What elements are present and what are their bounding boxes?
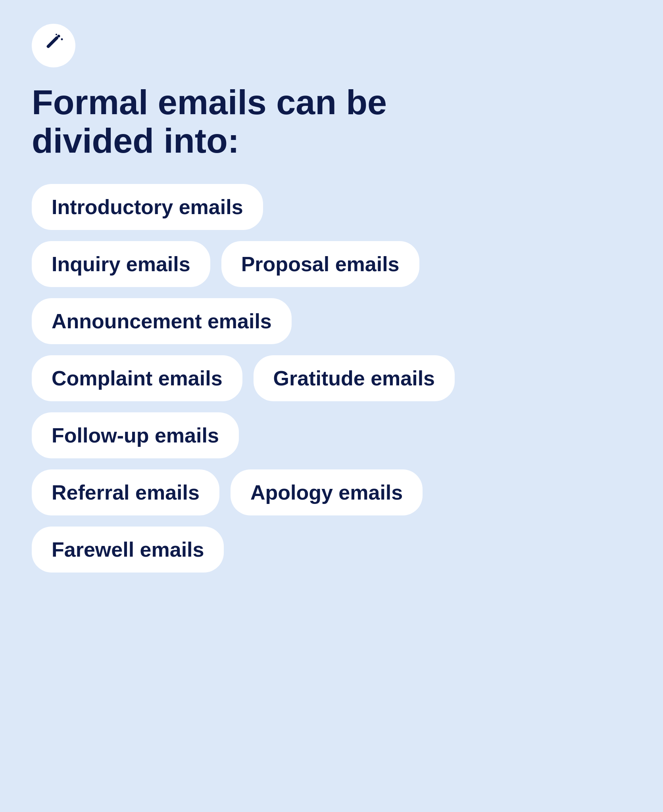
tag-row: Farewell emails <box>32 527 631 573</box>
tag-row: Introductory emails <box>32 184 631 230</box>
tag-row: Complaint emailsGratitude emails <box>32 355 631 401</box>
tag-item: Referral emails <box>32 469 219 515</box>
tag-item: Inquiry emails <box>32 241 210 287</box>
page-title: Formal emails can be divided into: <box>32 83 389 160</box>
tag-item: Announcement emails <box>32 298 292 344</box>
tags-container: Introductory emailsInquiry emailsProposa… <box>32 184 631 573</box>
svg-rect-0 <box>46 36 59 49</box>
tag-item: Follow-up emails <box>32 412 239 458</box>
tag-row: Follow-up emails <box>32 412 631 458</box>
icon-circle <box>32 24 75 67</box>
magic-wand-icon <box>42 32 65 59</box>
tag-item: Proposal emails <box>221 241 419 287</box>
svg-point-1 <box>58 34 60 37</box>
tag-item: Gratitude emails <box>254 355 455 401</box>
svg-point-3 <box>56 34 57 35</box>
tag-row: Inquiry emailsProposal emails <box>32 241 631 287</box>
svg-point-2 <box>61 38 63 40</box>
tag-item: Apology emails <box>231 469 423 515</box>
tag-item: Introductory emails <box>32 184 263 230</box>
tag-item: Complaint emails <box>32 355 242 401</box>
tag-row: Referral emailsApology emails <box>32 469 631 515</box>
tag-row: Announcement emails <box>32 298 631 344</box>
tag-item: Farewell emails <box>32 527 224 573</box>
page-container: Formal emails can be divided into: Intro… <box>32 24 631 573</box>
